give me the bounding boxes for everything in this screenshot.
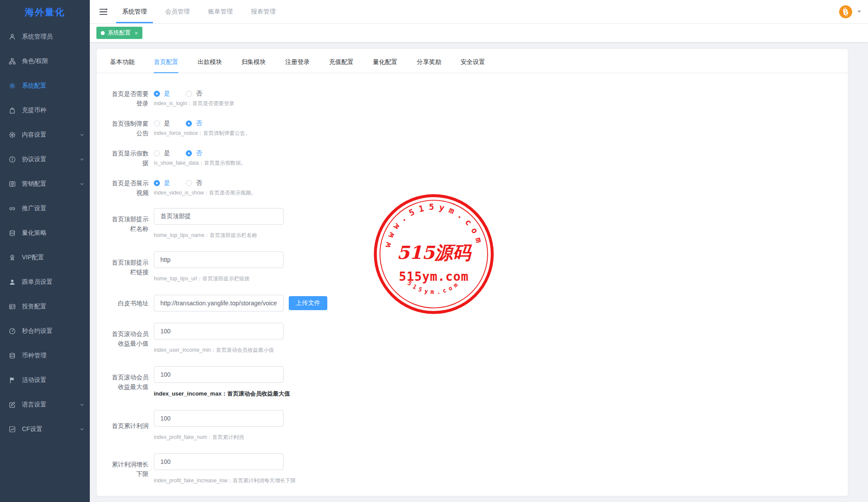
info-circle-icon	[9, 156, 16, 163]
sidebar-item-label: VIP配置	[22, 254, 44, 262]
sidebar-item-label: 跟单员设置	[22, 278, 53, 286]
text-input[interactable]	[154, 453, 283, 470]
database-icon	[9, 230, 16, 237]
close-icon[interactable]: ×	[135, 30, 138, 36]
radio-option[interactable]: 否	[186, 120, 202, 127]
sidebar-item-label: 充提币种	[22, 106, 46, 114]
sidebar-item-bag[interactable]: 充提币种	[0, 98, 90, 123]
radio-label: 否	[196, 90, 202, 98]
radio-option[interactable]: 否	[186, 179, 202, 187]
sidebar-item-user-solid[interactable]: 跟单员设置	[0, 270, 90, 294]
sidebar-item-user[interactable]: 系统管理员	[0, 25, 90, 49]
radio-label: 是	[164, 179, 170, 187]
sidebar-item-link[interactable]: 推广设置	[0, 196, 90, 221]
sidebar-item-speedometer[interactable]: 秒合约设置	[0, 319, 90, 343]
top-nav-tab[interactable]: 会员管理	[159, 0, 196, 23]
radio-circle-icon	[154, 180, 160, 186]
main-area: 系统管理会员管理账单管理报表管理 B 系统配置× 基本功能首页配置	[90, 0, 868, 502]
panel-tab[interactable]: 充值配置	[329, 58, 354, 73]
field-hint: home_top_tips_url：首页顶部提示栏链接	[154, 275, 283, 283]
field-label: 首页顶部提示栏链接	[110, 251, 149, 283]
sidebar: 海外量化 系统管理员角色/权限系统配置充提币种内容设置协议设置营销配置推广设置量…	[0, 0, 90, 502]
top-nav-tab[interactable]: 账单管理	[202, 0, 239, 23]
sidebar-item-gear-solid[interactable]: 内容设置	[0, 123, 90, 147]
field-label: 首页强制弹窗公告	[110, 119, 149, 138]
panel-tab[interactable]: 分享奖励	[417, 58, 441, 73]
sidebar-item-label: 系统管理员	[22, 33, 53, 41]
sidebar-item-id-card[interactable]: 投资配置	[0, 294, 90, 319]
sidebar-item-label: 营销配置	[22, 180, 46, 188]
text-input[interactable]	[154, 323, 283, 339]
form-row: 首页强制弹窗公告是否index_force_notice：首页强制弹窗公告。	[110, 119, 848, 138]
avatar[interactable]: B	[839, 5, 852, 18]
chevron-down-icon	[857, 11, 861, 13]
sidebar-item-sitemap[interactable]: 角色/权限	[0, 49, 90, 74]
speedometer-icon	[9, 328, 16, 335]
text-input[interactable]	[154, 410, 283, 427]
chevron-down-icon	[79, 132, 85, 138]
tag-view-item[interactable]: 系统配置×	[96, 27, 142, 39]
radio-label: 否	[196, 179, 202, 187]
radio-label: 否	[196, 149, 202, 157]
form-row: 白皮书地址上传文件	[110, 295, 848, 311]
text-input[interactable]	[154, 366, 283, 383]
panel-tab[interactable]: 注册登录	[285, 58, 310, 73]
field-label: 首页显示假数据	[110, 148, 149, 168]
text-input[interactable]	[154, 295, 283, 311]
radio-circle-icon	[154, 91, 160, 97]
radio-option[interactable]: 否	[186, 149, 202, 157]
page: { "app": { "name": "海外量化" }, "sidebar": …	[0, 0, 868, 502]
upload-file-button[interactable]: 上传文件	[289, 296, 327, 310]
field-control: index_user_income_min：首页滚动会员收益最小值	[154, 323, 283, 354]
field-hint: index_user_income_min：首页滚动会员收益最小值	[154, 346, 283, 354]
sidebar-item-info-circle[interactable]: 协议设置	[0, 147, 90, 172]
panel-tab[interactable]: 归集模块	[241, 58, 266, 73]
radio-label: 否	[196, 120, 202, 127]
sidebar-item-gear[interactable]: 系统配置	[0, 74, 90, 98]
sidebar-item-label: 活动设置	[22, 376, 46, 384]
sidebar-item-medal[interactable]: VIP配置	[0, 245, 90, 270]
radio-circle-icon	[154, 120, 160, 127]
user-menu[interactable]: B	[839, 5, 861, 18]
sidebar-item-marketing[interactable]: 营销配置	[0, 172, 90, 196]
panel-tab[interactable]: 安全设置	[461, 58, 485, 73]
form-row: 首页顶部提示栏链接home_top_tips_url：首页顶部提示栏链接	[110, 251, 848, 283]
radio-option[interactable]: 是	[154, 179, 170, 187]
sidebar-item-database[interactable]: 币种管理	[0, 343, 90, 368]
sidebar-item-edit[interactable]: 语言设置	[0, 392, 90, 417]
sidebar-item-chart[interactable]: CF设置	[0, 417, 90, 442]
text-input[interactable]	[154, 208, 283, 225]
panel-tab[interactable]: 基本功能	[110, 58, 135, 73]
panel-tab[interactable]: 出款模块	[198, 58, 222, 73]
sidebar-item-label: 量化策略	[22, 229, 46, 237]
panel-tab[interactable]: 量化配置	[373, 58, 397, 73]
form-row: 首页累计利润index_profit_fake_num：首页累计利润	[110, 410, 848, 441]
field-hint: index_profit_fake_num：首页累计利润	[154, 434, 283, 441]
sidebar-item-database[interactable]: 量化策略	[0, 221, 90, 245]
top-nav-tab[interactable]: 系统管理	[116, 0, 153, 23]
sidebar-item-label: 推广设置	[22, 205, 46, 212]
collapse-sidebar-icon[interactable]	[96, 4, 111, 19]
field-label: 首页是否需要登录	[110, 89, 149, 108]
chevron-down-icon	[79, 157, 85, 162]
sidebar-item-label: 投资配置	[22, 303, 46, 311]
text-input[interactable]	[154, 251, 283, 268]
field-control: index_user_income_max：首页滚动会员收益最大值	[154, 366, 290, 398]
field-hint: index_is_login：首页是否需要登录	[154, 100, 234, 107]
radio-option[interactable]: 是	[154, 90, 170, 98]
radio-label: 是	[164, 149, 170, 157]
sidebar-item-label: 秒合约设置	[22, 327, 53, 335]
form-row: 累计利润增长下限index_profit_fake_increase_low：首…	[110, 453, 848, 484]
radio-option[interactable]: 是	[154, 120, 170, 127]
panel-tab[interactable]: 首页配置	[154, 58, 178, 73]
config-form: 首页是否需要登录是否index_is_login：首页是否需要登录首页强制弹窗公…	[97, 73, 848, 484]
field-label: 首页滚动会员收益最大值	[110, 366, 149, 398]
radio-option[interactable]: 是	[154, 149, 170, 157]
settings-card: 基本功能首页配置出款模块归集模块注册登录充值配置量化配置分享奖励安全设置 首页是…	[96, 49, 848, 496]
radio-option[interactable]: 否	[186, 90, 202, 98]
sidebar-item-flag[interactable]: 活动设置	[0, 368, 90, 392]
tag-label: 系统配置	[108, 29, 131, 37]
top-navbar: 系统管理会员管理账单管理报表管理 B	[90, 0, 868, 24]
field-control: 上传文件	[154, 295, 327, 311]
top-nav-tab[interactable]: 报表管理	[245, 0, 282, 23]
